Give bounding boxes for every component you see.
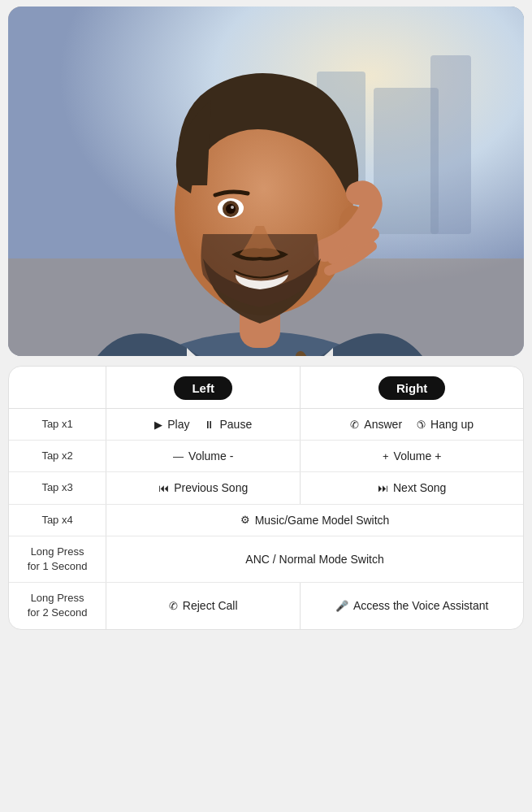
answer-label: Answer — [364, 418, 402, 431]
right-tap-x1: ✆ Answer ✆ Hang up — [301, 409, 523, 441]
voice-assistant-icon: 🎤 — [335, 600, 348, 612]
action-tap-x1-label: Tap x1 — [41, 418, 72, 430]
left-tap-x2: — Volume - — [106, 441, 301, 472]
hero-image — [8, 7, 524, 356]
svg-point-13 — [226, 204, 236, 214]
left-tap-x3: ⏮ Previous Song — [106, 472, 301, 504]
answer-icon: ✆ — [350, 419, 359, 431]
hangup-icon: ✆ — [417, 419, 426, 431]
action-tap-x3: Tap x3 — [9, 472, 106, 504]
volume-up-label: Volume + — [394, 449, 442, 462]
table-row: Tap x1 ▶ Play ⏸ Pause — [9, 409, 523, 441]
answer-content: ✆ Answer — [350, 418, 402, 431]
reject-label: Reject Call — [183, 599, 238, 612]
play-content: ▶ Play — [154, 418, 189, 431]
table-row: Long Press for 1 Second ANC / Normal Mod… — [9, 536, 523, 582]
pause-content: ⏸ Pause — [204, 418, 252, 431]
header-right-cell: Right — [301, 367, 523, 409]
action-tap-x1: Tap x1 — [9, 409, 106, 441]
svg-point-14 — [231, 206, 234, 209]
right-tap-x2: + Volume + — [301, 441, 523, 472]
right-long-press-2s: 🎤 Access the Voice Assistant — [301, 583, 523, 629]
right-tap-x3: ⏭ Next Song — [301, 472, 523, 504]
svg-rect-3 — [430, 55, 471, 234]
table-row: Tap x3 ⏮ Previous Song ⏭ Next Song — [9, 472, 523, 504]
action-tap-x2: Tap x2 — [9, 441, 106, 472]
hangup-label: Hang up — [430, 418, 474, 431]
action-long-press-1s-label: Long Press for 1 Second — [28, 545, 88, 572]
play-icon: ▶ — [154, 419, 162, 431]
reject-icon: ✆ — [169, 600, 178, 612]
action-tap-x3-label: Tap x3 — [41, 481, 72, 493]
right-badge: Right — [378, 376, 445, 400]
music-game-icon: ⚙ — [240, 514, 250, 526]
hangup-content: ✆ Hang up — [417, 418, 474, 431]
volume-down-label: Volume - — [188, 449, 233, 462]
header-left-cell: Left — [106, 367, 301, 409]
music-game-label: Music/Game Model Switch — [255, 514, 390, 527]
header-empty-cell — [9, 367, 106, 409]
next-song-label: Next Song — [393, 481, 446, 494]
volume-down-icon: — — [173, 450, 184, 462]
action-tap-x4: Tap x4 — [9, 504, 106, 536]
left-long-press-2s: ✆ Reject Call — [106, 583, 301, 629]
action-tap-x2-label: Tap x2 — [41, 449, 72, 462]
anc-label: ANC / Normal Mode Switch — [245, 553, 383, 566]
tap-x4-span: ⚙ Music/Game Model Switch — [106, 504, 523, 536]
action-long-press-1s: Long Press for 1 Second — [9, 536, 106, 582]
prev-song-label: Previous Song — [174, 481, 248, 494]
action-long-press-2s: Long Press for 2 Second — [9, 583, 106, 629]
play-label: Play — [167, 418, 189, 431]
table-row: Tap x4 ⚙ Music/Game Model Switch — [9, 504, 523, 536]
volume-up-icon: + — [383, 450, 389, 462]
next-song-icon: ⏭ — [378, 482, 388, 494]
long-press-1s-span: ANC / Normal Mode Switch — [106, 536, 523, 582]
table-row: Tap x2 — Volume - + Volume + — [9, 441, 523, 472]
table-row: Long Press for 2 Second ✆ Reject Call 🎤 … — [9, 583, 523, 629]
pause-label: Pause — [219, 418, 252, 431]
left-tap-x1: ▶ Play ⏸ Pause — [106, 409, 301, 441]
pause-icon: ⏸ — [204, 419, 214, 431]
left-badge: Left — [174, 376, 232, 400]
controls-table: Left Right Tap x1 ▶ Play — [8, 366, 524, 630]
voice-assistant-label: Access the Voice Assistant — [353, 599, 489, 612]
action-tap-x4-label: Tap x4 — [41, 514, 72, 526]
prev-song-icon: ⏮ — [158, 482, 169, 494]
svg-rect-2 — [374, 88, 439, 234]
action-long-press-2s-label: Long Press for 2 Second — [28, 592, 88, 619]
